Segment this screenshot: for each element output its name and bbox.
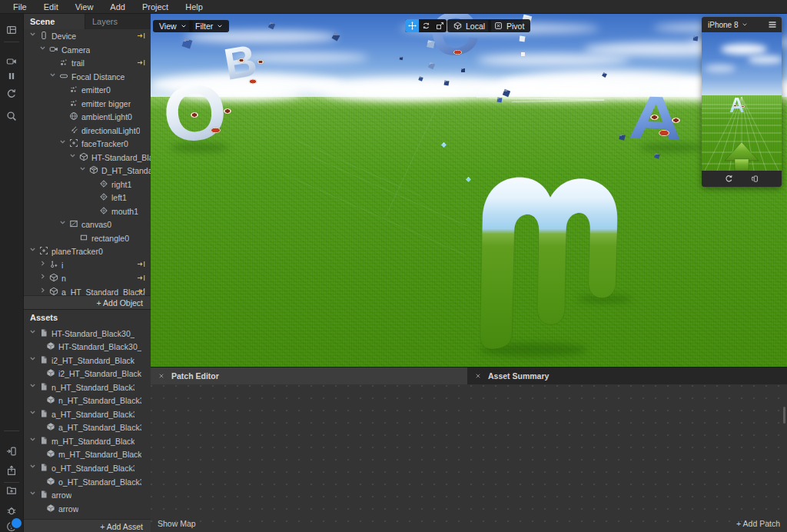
tab-asset-summary[interactable]: Asset Summary (467, 367, 549, 384)
insert-target-icon[interactable] (137, 287, 145, 295)
expander-closed-icon[interactable] (39, 287, 46, 294)
rotate-tool-button[interactable] (419, 19, 433, 32)
share-icon[interactable] (6, 465, 17, 476)
device-selector[interactable]: iPhone 8 (708, 21, 738, 29)
scene-tree-row[interactable]: rectangle0 (23, 231, 151, 244)
patch-canvas[interactable]: Show Map + Add Patch (151, 384, 787, 532)
expander-open-icon[interactable] (49, 71, 56, 78)
doc-icon (39, 490, 48, 499)
particle-cube (444, 81, 450, 86)
pivot-button[interactable]: Pivot (488, 19, 530, 32)
scene-tree-row[interactable]: i (23, 258, 151, 271)
expander-closed-icon[interactable] (39, 273, 46, 280)
expander-open-icon[interactable] (29, 328, 36, 335)
expander-open-icon[interactable] (29, 490, 36, 497)
expander-open-icon[interactable] (69, 152, 76, 159)
menu-help[interactable]: Help (177, 0, 211, 14)
close-icon[interactable] (475, 373, 481, 379)
chevron-down-icon[interactable] (742, 22, 748, 28)
expander-open-icon[interactable] (29, 409, 36, 416)
scene-tree-row[interactable]: canvas0 (23, 218, 151, 231)
scene-tree-row[interactable]: emitter bigger (23, 97, 151, 110)
asset-tree-row[interactable]: a_HT_Standard_Black30_A (23, 407, 151, 421)
publish-folder-icon[interactable] (6, 485, 17, 496)
expander-open-icon[interactable] (59, 219, 66, 226)
hamburger-menu-icon[interactable] (768, 20, 777, 29)
expander-closed-icon[interactable] (39, 260, 46, 267)
asset-tree-row[interactable]: n_HT_Standard_Black30_N (23, 394, 151, 407)
add-asset-button[interactable]: + Add Asset (23, 519, 151, 532)
menu-add[interactable]: Add (101, 0, 134, 14)
scene-tree-row[interactable]: planeTracker0 (23, 244, 151, 258)
asset-tree-row[interactable]: HT-Standard_Black30_D (23, 327, 151, 340)
scene-tree-row[interactable]: Focal Distance (23, 70, 151, 83)
asset-tree-row[interactable]: i2_HT_Standard_Black30_I (23, 354, 151, 367)
search-icon[interactable] (6, 111, 17, 121)
expander-open-icon[interactable] (29, 355, 36, 362)
scale-tool-button[interactable] (433, 19, 447, 32)
close-icon[interactable] (158, 373, 164, 379)
asset-tree-row[interactable]: m_HT_Standard_Black30_M (23, 447, 151, 461)
menu-edit[interactable]: Edit (35, 0, 67, 14)
asset-tree-row[interactable]: i2_HT_Standard_Black30_I (23, 367, 151, 380)
tab-scene[interactable]: Scene (23, 14, 85, 29)
scene-tree-row[interactable]: Device (23, 29, 151, 42)
scene-tree-row[interactable]: mouth1 (23, 204, 151, 218)
letter-m-object[interactable] (473, 154, 626, 363)
scene-tree-row[interactable]: n (23, 271, 151, 284)
expander-open-icon[interactable] (29, 382, 36, 389)
asset-tree-row[interactable]: HT-Standard_Black30_D (23, 340, 151, 353)
scene-tree-row[interactable]: right1 (23, 178, 151, 191)
scene-tree-row[interactable]: faceTracker0 (23, 137, 151, 150)
asset-tree-row[interactable]: o_HT_Standard_Black30_O (23, 475, 151, 488)
asset-tree-row[interactable]: a_HT_Standard_Black30_A (23, 421, 151, 434)
menu-project[interactable]: Project (134, 0, 177, 14)
insert-target-icon[interactable] (137, 274, 145, 282)
view-dropdown[interactable]: View (153, 20, 193, 32)
rotate-device-icon[interactable] (751, 175, 759, 183)
scene-tree-row[interactable]: directionalLight0 (23, 124, 151, 137)
scene-tree-row[interactable]: ambientLight0 (23, 110, 151, 123)
pause-icon[interactable] (6, 71, 17, 81)
expander-open-icon[interactable] (29, 463, 36, 470)
expander-open-icon[interactable] (59, 138, 66, 145)
add-object-button[interactable]: + Add Object (23, 295, 151, 309)
restart-icon[interactable] (6, 88, 17, 99)
3d-viewport[interactable]: OBCA View Filter Local Pivot (151, 14, 787, 367)
menu-view[interactable]: View (67, 0, 102, 14)
tab-layers[interactable]: Layers (85, 14, 151, 29)
move-tool-button[interactable] (405, 19, 419, 32)
insert-target-icon[interactable] (137, 260, 145, 268)
asset-tree-row[interactable]: n_HT_Standard_Black30_N (23, 381, 151, 394)
expander-open-icon[interactable] (79, 165, 86, 172)
insert-target-icon[interactable] (137, 32, 145, 40)
video-camera-icon[interactable] (6, 56, 17, 67)
asset-tree-row[interactable]: arrow (23, 488, 151, 501)
scene-tree-row[interactable]: trail (23, 56, 151, 69)
scene-tree-row[interactable]: HT-Standard_Black... (23, 151, 151, 164)
menu-file[interactable]: File (5, 0, 35, 14)
expander-open-icon[interactable] (29, 246, 36, 253)
expander-open-icon[interactable] (39, 45, 46, 52)
show-map-button[interactable]: Show Map (158, 519, 196, 528)
tab-patch-editor[interactable]: Patch Editor (151, 367, 467, 384)
scene-tree-row[interactable]: emitter0 (23, 83, 151, 96)
insert-target-icon[interactable] (137, 58, 145, 67)
add-patch-button[interactable]: + Add Patch (736, 519, 780, 528)
scene-tree-row[interactable]: left1 (23, 191, 151, 204)
expander-open-icon[interactable] (29, 31, 36, 38)
simulator-preview[interactable]: A (702, 32, 782, 171)
expander-open-icon[interactable] (29, 436, 36, 443)
layout-icon[interactable] (6, 25, 17, 35)
asset-tree-row[interactable]: o_HT_Standard_Black30_O (23, 461, 151, 474)
send-to-device-icon[interactable] (6, 446, 17, 457)
asset-tree-row[interactable]: m_HT_Standard_Black30_M (23, 434, 151, 447)
scene-tree-row[interactable]: Camera (23, 43, 151, 56)
local-mode-button[interactable]: Local (447, 19, 491, 32)
restart-effect-icon[interactable] (725, 175, 733, 183)
patch-scrollbar[interactable] (783, 407, 785, 424)
filter-dropdown[interactable]: Filter (189, 20, 229, 32)
scene-tree-row[interactable]: D_HT_Standard_... (23, 164, 151, 177)
bug-icon[interactable] (6, 505, 17, 516)
asset-tree-row[interactable]: arrow (23, 502, 151, 515)
